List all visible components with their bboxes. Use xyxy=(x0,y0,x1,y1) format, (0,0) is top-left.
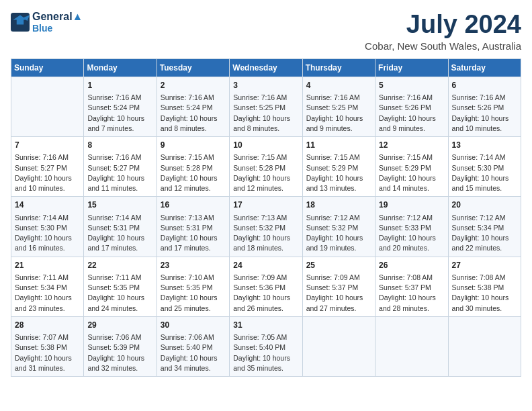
day-info: Sunrise: 7:15 AM Sunset: 5:29 PM Dayligh… xyxy=(306,152,371,193)
day-number: 29 xyxy=(87,320,152,331)
day-info: Sunrise: 7:16 AM Sunset: 5:27 PM Dayligh… xyxy=(87,152,152,193)
logo-text: General▲ Blue xyxy=(32,11,83,34)
column-header-tuesday: Tuesday xyxy=(157,58,229,77)
calendar-cell: 31Sunrise: 7:05 AM Sunset: 5:40 PM Dayli… xyxy=(230,316,302,376)
day-number: 23 xyxy=(161,260,226,271)
column-header-sunday: Sunday xyxy=(11,58,84,77)
day-number: 25 xyxy=(306,260,371,271)
day-number: 12 xyxy=(379,140,444,151)
week-row-1: 1Sunrise: 7:16 AM Sunset: 5:24 PM Daylig… xyxy=(11,77,521,136)
calendar-cell: 14Sunrise: 7:14 AM Sunset: 5:30 PM Dayli… xyxy=(11,197,84,257)
day-number: 1 xyxy=(87,80,152,91)
day-info: Sunrise: 7:07 AM Sunset: 5:38 PM Dayligh… xyxy=(15,332,80,373)
day-info: Sunrise: 7:13 AM Sunset: 5:31 PM Dayligh… xyxy=(161,213,226,254)
day-info: Sunrise: 7:16 AM Sunset: 5:25 PM Dayligh… xyxy=(306,93,371,134)
day-info: Sunrise: 7:12 AM Sunset: 5:34 PM Dayligh… xyxy=(452,213,517,254)
calendar-cell: 13Sunrise: 7:14 AM Sunset: 5:30 PM Dayli… xyxy=(448,137,521,197)
title-block: July 2024 Cobar, New South Wales, Austra… xyxy=(365,11,521,52)
day-info: Sunrise: 7:14 AM Sunset: 5:30 PM Dayligh… xyxy=(15,213,80,254)
day-number: 9 xyxy=(161,140,226,151)
calendar-table: SundayMondayTuesdayWednesdayThursdayFrid… xyxy=(11,58,521,377)
day-info: Sunrise: 7:06 AM Sunset: 5:40 PM Dayligh… xyxy=(161,332,226,373)
calendar-cell: 22Sunrise: 7:11 AM Sunset: 5:35 PM Dayli… xyxy=(84,257,157,316)
column-header-wednesday: Wednesday xyxy=(230,58,302,77)
day-info: Sunrise: 7:08 AM Sunset: 5:37 PM Dayligh… xyxy=(379,273,444,314)
day-info: Sunrise: 7:12 AM Sunset: 5:32 PM Dayligh… xyxy=(306,213,371,254)
calendar-cell: 9Sunrise: 7:15 AM Sunset: 5:28 PM Daylig… xyxy=(157,137,229,197)
day-number: 4 xyxy=(306,80,371,91)
day-number: 16 xyxy=(161,199,226,211)
column-header-saturday: Saturday xyxy=(448,58,521,77)
page-subtitle: Cobar, New South Wales, Australia xyxy=(365,40,521,52)
page-header: General▲ Blue July 2024 Cobar, New South… xyxy=(11,11,521,52)
calendar-cell: 5Sunrise: 7:16 AM Sunset: 5:26 PM Daylig… xyxy=(375,77,448,136)
day-info: Sunrise: 7:12 AM Sunset: 5:33 PM Dayligh… xyxy=(379,213,444,254)
calendar-cell xyxy=(302,316,375,376)
day-info: Sunrise: 7:08 AM Sunset: 5:38 PM Dayligh… xyxy=(452,273,517,314)
calendar-cell: 21Sunrise: 7:11 AM Sunset: 5:34 PM Dayli… xyxy=(11,257,84,316)
page-title: July 2024 xyxy=(365,11,521,39)
day-number: 26 xyxy=(379,260,444,271)
day-info: Sunrise: 7:11 AM Sunset: 5:35 PM Dayligh… xyxy=(87,273,152,314)
day-info: Sunrise: 7:16 AM Sunset: 5:26 PM Dayligh… xyxy=(452,93,517,134)
week-row-5: 28Sunrise: 7:07 AM Sunset: 5:38 PM Dayli… xyxy=(11,316,521,376)
day-number: 11 xyxy=(306,140,371,151)
calendar-cell: 1Sunrise: 7:16 AM Sunset: 5:24 PM Daylig… xyxy=(84,77,157,136)
calendar-cell: 15Sunrise: 7:14 AM Sunset: 5:31 PM Dayli… xyxy=(84,197,157,257)
day-number: 21 xyxy=(15,260,80,271)
calendar-cell: 4Sunrise: 7:16 AM Sunset: 5:25 PM Daylig… xyxy=(302,77,375,136)
day-info: Sunrise: 7:15 AM Sunset: 5:29 PM Dayligh… xyxy=(379,152,444,193)
column-header-monday: Monday xyxy=(84,58,157,77)
day-number: 17 xyxy=(233,199,298,211)
calendar-cell: 10Sunrise: 7:15 AM Sunset: 5:28 PM Dayli… xyxy=(230,137,302,197)
day-info: Sunrise: 7:09 AM Sunset: 5:37 PM Dayligh… xyxy=(306,273,371,314)
calendar-cell: 7Sunrise: 7:16 AM Sunset: 5:27 PM Daylig… xyxy=(11,137,84,197)
calendar-cell: 20Sunrise: 7:12 AM Sunset: 5:34 PM Dayli… xyxy=(448,197,521,257)
week-row-2: 7Sunrise: 7:16 AM Sunset: 5:27 PM Daylig… xyxy=(11,137,521,197)
calendar-cell: 27Sunrise: 7:08 AM Sunset: 5:38 PM Dayli… xyxy=(448,257,521,316)
day-number: 30 xyxy=(161,320,226,331)
day-info: Sunrise: 7:16 AM Sunset: 5:27 PM Dayligh… xyxy=(15,152,80,193)
calendar-cell: 6Sunrise: 7:16 AM Sunset: 5:26 PM Daylig… xyxy=(448,77,521,136)
day-number: 19 xyxy=(379,199,444,211)
day-number: 10 xyxy=(233,140,298,151)
column-header-thursday: Thursday xyxy=(302,58,375,77)
week-row-4: 21Sunrise: 7:11 AM Sunset: 5:34 PM Dayli… xyxy=(11,257,521,316)
calendar-cell: 17Sunrise: 7:13 AM Sunset: 5:32 PM Dayli… xyxy=(230,197,302,257)
calendar-cell: 26Sunrise: 7:08 AM Sunset: 5:37 PM Dayli… xyxy=(375,257,448,316)
day-number: 5 xyxy=(379,80,444,91)
calendar-cell xyxy=(375,316,448,376)
day-number: 8 xyxy=(87,140,152,151)
day-info: Sunrise: 7:14 AM Sunset: 5:31 PM Dayligh… xyxy=(87,213,152,254)
day-info: Sunrise: 7:13 AM Sunset: 5:32 PM Dayligh… xyxy=(233,213,298,254)
day-info: Sunrise: 7:16 AM Sunset: 5:25 PM Dayligh… xyxy=(233,93,298,134)
calendar-cell: 8Sunrise: 7:16 AM Sunset: 5:27 PM Daylig… xyxy=(84,137,157,197)
week-row-3: 14Sunrise: 7:14 AM Sunset: 5:30 PM Dayli… xyxy=(11,197,521,257)
calendar-cell: 19Sunrise: 7:12 AM Sunset: 5:33 PM Dayli… xyxy=(375,197,448,257)
day-number: 22 xyxy=(87,260,152,271)
day-info: Sunrise: 7:16 AM Sunset: 5:24 PM Dayligh… xyxy=(87,93,152,134)
day-info: Sunrise: 7:16 AM Sunset: 5:26 PM Dayligh… xyxy=(379,93,444,134)
day-number: 28 xyxy=(15,320,80,331)
day-number: 3 xyxy=(233,80,298,91)
calendar-cell: 16Sunrise: 7:13 AM Sunset: 5:31 PM Dayli… xyxy=(157,197,229,257)
calendar-cell: 24Sunrise: 7:09 AM Sunset: 5:36 PM Dayli… xyxy=(230,257,302,316)
calendar-cell xyxy=(448,316,521,376)
calendar-cell: 2Sunrise: 7:16 AM Sunset: 5:24 PM Daylig… xyxy=(157,77,229,136)
calendar-cell: 29Sunrise: 7:06 AM Sunset: 5:39 PM Dayli… xyxy=(84,316,157,376)
day-number: 14 xyxy=(15,199,80,211)
calendar-cell: 30Sunrise: 7:06 AM Sunset: 5:40 PM Dayli… xyxy=(157,316,229,376)
column-header-friday: Friday xyxy=(375,58,448,77)
calendar-cell: 25Sunrise: 7:09 AM Sunset: 5:37 PM Dayli… xyxy=(302,257,375,316)
day-info: Sunrise: 7:15 AM Sunset: 5:28 PM Dayligh… xyxy=(161,152,226,193)
day-number: 31 xyxy=(233,320,298,331)
calendar-cell: 23Sunrise: 7:10 AM Sunset: 5:35 PM Dayli… xyxy=(157,257,229,316)
day-number: 2 xyxy=(161,80,226,91)
logo: General▲ Blue xyxy=(11,11,83,34)
day-info: Sunrise: 7:15 AM Sunset: 5:28 PM Dayligh… xyxy=(233,152,298,193)
calendar-cell: 11Sunrise: 7:15 AM Sunset: 5:29 PM Dayli… xyxy=(302,137,375,197)
calendar-cell: 3Sunrise: 7:16 AM Sunset: 5:25 PM Daylig… xyxy=(230,77,302,136)
day-info: Sunrise: 7:16 AM Sunset: 5:24 PM Dayligh… xyxy=(161,93,226,134)
calendar-cell xyxy=(11,77,84,136)
day-number: 18 xyxy=(306,199,371,211)
